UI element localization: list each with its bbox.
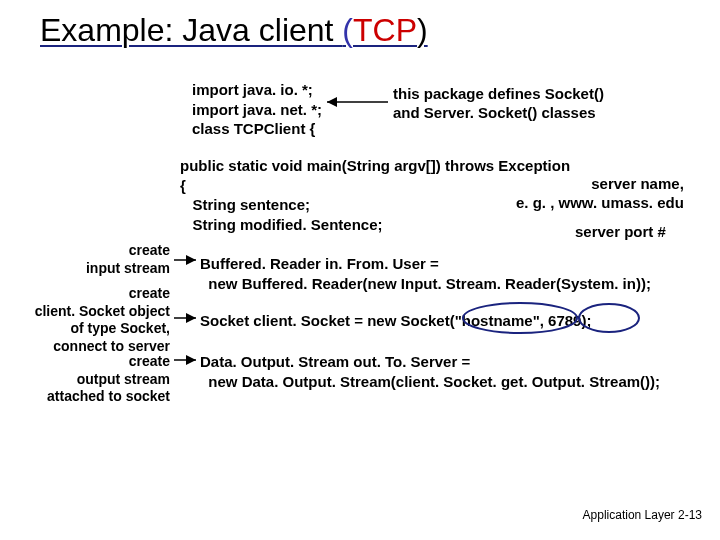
title-prefix: Example: Java client (40, 12, 342, 48)
svg-marker-3 (186, 255, 196, 265)
annotation-create-client-socket: create client. Socket object of type Soc… (10, 285, 170, 355)
annotation-import-l2: and Server. Socket() classes (393, 104, 596, 121)
code-imports: import java. io. *; import java. net. *;… (192, 80, 322, 139)
annotation-import-package: this package defines Socket() and Server… (393, 85, 604, 123)
code-main-open: public static void main(String argv[]) t… (180, 156, 570, 234)
left3-l2: output stream (77, 371, 170, 387)
svg-marker-7 (186, 355, 196, 365)
annotation-server-port: server port # (575, 223, 666, 240)
annotation-server-name: server name, e. g. , www. umass. edu (516, 175, 684, 213)
left2-l3: of type Socket, (70, 320, 170, 336)
left1-l1: create (129, 242, 170, 258)
annotation-create-input-stream: create input stream (10, 242, 170, 277)
title-paren-close: ) (417, 12, 428, 48)
left3-l1: create (129, 353, 170, 369)
left2-l1: create (129, 285, 170, 301)
annotation-import-l1: this package defines Socket() (393, 85, 604, 102)
footer: Application Layer 2-13 (583, 508, 702, 522)
annotation-create-output-stream: create output stream attached to socket (10, 353, 170, 406)
left3-l3: attached to socket (47, 388, 170, 404)
left2-l2: client. Socket object (35, 303, 170, 319)
svg-marker-5 (186, 313, 196, 323)
code-buffered-reader: Buffered. Reader in. From. User = new Bu… (200, 254, 651, 293)
svg-marker-1 (327, 97, 337, 107)
annotation-server-name-l2: e. g. , www. umass. edu (516, 194, 684, 211)
footer-label: Application Layer (583, 508, 675, 522)
left1-l2: input stream (86, 260, 170, 276)
title-tcp: TCP (353, 12, 417, 48)
code-dataoutput: Data. Output. Stream out. To. Server = n… (200, 352, 660, 391)
annotation-server-name-l1: server name, (591, 175, 684, 192)
code-socket-line: Socket client. Socket = new Socket("host… (200, 311, 591, 331)
slide-title: Example: Java client (TCP) (40, 12, 428, 49)
left2-l4: connect to server (53, 338, 170, 354)
title-paren-open: ( (342, 12, 353, 48)
footer-pageno: 2-13 (678, 508, 702, 522)
